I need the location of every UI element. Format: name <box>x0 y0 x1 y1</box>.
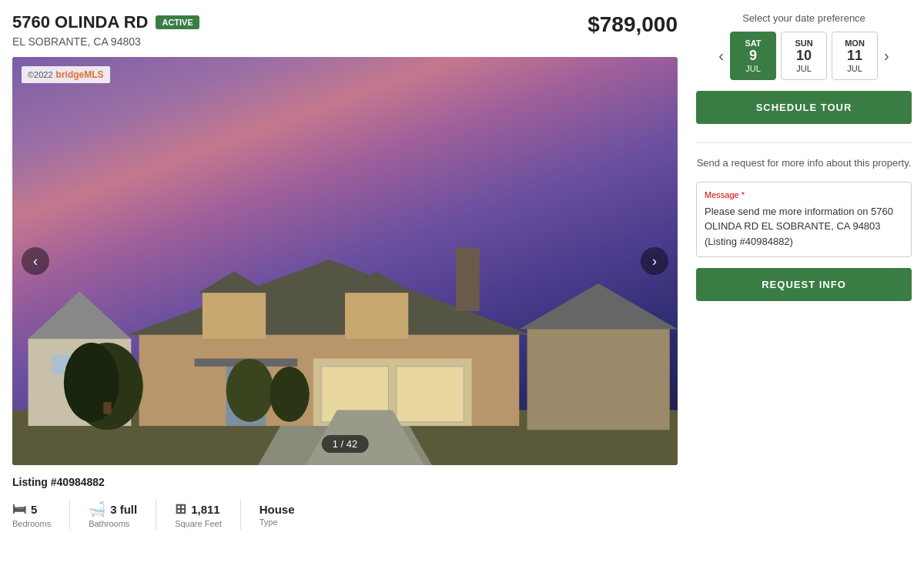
listing-number: Listing #40984882 <box>12 476 678 488</box>
sqft-stat: ⊞ 1,811 Square Feet <box>175 501 222 528</box>
date-day-name-sun: SUN <box>795 39 812 48</box>
sidebar: Select your date preference ‹ SAT 9 JUL … <box>696 12 912 530</box>
date-day-num-sun: 10 <box>796 48 812 64</box>
date-picker: ‹ SAT 9 JUL SUN 10 JUL MON 11 <box>696 32 912 80</box>
svg-point-22 <box>226 358 274 421</box>
date-option-sat[interactable]: SAT 9 JUL <box>730 32 776 80</box>
svg-rect-12 <box>456 247 480 310</box>
bathrooms-count: 3 full <box>110 503 137 516</box>
date-next-button[interactable]: › <box>878 41 896 71</box>
request-info-button[interactable]: REQUEST INFO <box>696 268 912 301</box>
date-month-sun: JUL <box>796 64 812 73</box>
bedrooms-count: 5 <box>31 503 37 516</box>
sqft-label: Square Feet <box>175 519 222 528</box>
gallery: ©2022 bridgeMLS ‹ › 1 / 42 <box>12 57 678 465</box>
page-wrapper: 5760 OLINDA RD ACTIVE EL SOBRANTE, CA 94… <box>0 0 924 542</box>
bridge-logo: bridgeMLS <box>56 69 104 80</box>
message-wrapper: Message * Please send me more informatio… <box>696 182 912 258</box>
copyright-text: ©2022 <box>28 70 53 79</box>
image-counter: 1 / 42 <box>322 435 369 453</box>
sqft-icon: ⊞ <box>175 501 186 517</box>
svg-rect-18 <box>527 327 670 430</box>
property-stats: 🛏 5 Bedrooms 🛁 3 full Bathrooms ⊞ 1,811 <box>12 499 678 530</box>
date-day-name-mon: MON <box>845 39 865 48</box>
schedule-section: Select your date preference ‹ SAT 9 JUL … <box>696 12 912 124</box>
date-prev-button[interactable]: ‹ <box>712 41 730 71</box>
svg-rect-8 <box>203 291 266 339</box>
message-label: Message * <box>705 190 903 199</box>
date-day-name-sat: SAT <box>745 39 761 48</box>
stat-divider-2 <box>156 499 156 530</box>
svg-marker-19 <box>519 283 678 329</box>
bedrooms-stat: 🛏 5 Bedrooms <box>12 501 51 528</box>
svg-rect-10 <box>345 291 408 339</box>
status-badge: ACTIVE <box>156 15 199 29</box>
main-content: 5760 OLINDA RD ACTIVE EL SOBRANTE, CA 94… <box>12 12 678 530</box>
sidebar-divider <box>696 142 912 143</box>
bedrooms-label: Bedrooms <box>12 519 51 528</box>
gallery-next-button[interactable]: › <box>641 247 668 275</box>
copyright-badge: ©2022 bridgeMLS <box>22 66 110 83</box>
bed-icon: 🛏 <box>12 501 26 517</box>
price: $789,000 <box>588 12 678 37</box>
bathrooms-label: Bathrooms <box>89 519 129 528</box>
date-options: SAT 9 JUL SUN 10 JUL MON 11 JUL <box>730 32 878 80</box>
property-header: 5760 OLINDA RD ACTIVE EL SOBRANTE, CA 94… <box>12 12 678 48</box>
svg-marker-9 <box>199 271 270 293</box>
sqft-count: 1,811 <box>191 503 220 516</box>
gallery-prev-button[interactable]: ‹ <box>22 247 49 275</box>
message-text: Please send me more information on 5760 … <box>705 204 903 249</box>
stat-divider-3 <box>240 499 241 530</box>
date-month-mon: JUL <box>847 64 862 73</box>
bathrooms-stat: 🛁 3 full Bathrooms <box>89 501 137 528</box>
date-month-sat: JUL <box>745 64 761 73</box>
city-state-zip: EL SOBRANTE, CA 94803 <box>12 35 199 48</box>
date-day-num-sat: 9 <box>749 48 757 64</box>
address-line1: 5760 OLINDA RD ACTIVE <box>12 12 199 32</box>
svg-rect-24 <box>103 402 111 414</box>
date-day-num-mon: 11 <box>847 48 862 64</box>
property-image <box>12 57 678 465</box>
type-label: Type <box>259 517 278 527</box>
date-pref-label: Select your date preference <box>696 12 912 24</box>
date-option-mon[interactable]: MON 11 JUL <box>832 32 878 80</box>
stat-divider-1 <box>69 499 70 530</box>
bath-icon: 🛁 <box>89 501 105 517</box>
request-info-label: Send a request for more info about this … <box>696 156 912 171</box>
address-block: 5760 OLINDA RD ACTIVE EL SOBRANTE, CA 94… <box>12 12 199 48</box>
date-option-sun[interactable]: SUN 10 JUL <box>781 32 827 80</box>
svg-marker-3 <box>28 291 132 339</box>
svg-point-23 <box>270 366 309 421</box>
property-type: House <box>259 503 295 516</box>
type-stat: House Type <box>259 503 295 527</box>
svg-rect-17 <box>397 366 464 421</box>
schedule-tour-button[interactable]: SCHEDULE TOUR <box>696 91 912 124</box>
request-section: Send a request for more info about this … <box>696 156 912 301</box>
street-address: 5760 OLINDA RD <box>12 12 148 32</box>
